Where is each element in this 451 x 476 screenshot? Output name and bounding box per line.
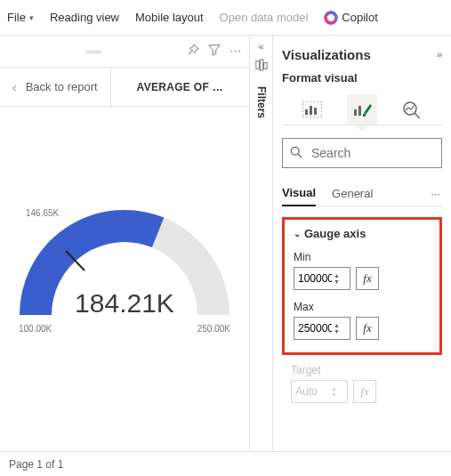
search-icon [290, 146, 302, 161]
min-input[interactable] [296, 271, 334, 286]
svg-point-13 [291, 147, 299, 155]
target-block: Target ▲▼ fx [291, 364, 442, 403]
gauge-max-label: 250.00K [197, 324, 230, 334]
svg-rect-6 [310, 106, 312, 115]
min-spinner[interactable]: ▲▼ [334, 272, 340, 285]
more-icon[interactable]: ··· [230, 44, 242, 59]
target-label: Target [291, 364, 442, 376]
expand-right-icon[interactable]: » [437, 49, 442, 60]
open-data-model-button: Open data model [220, 11, 309, 24]
svg-rect-2 [260, 60, 263, 70]
format-visual-mode[interactable] [347, 94, 377, 125]
min-input-wrap: ▲▼ [294, 267, 350, 290]
svg-rect-9 [358, 106, 361, 116]
max-spinner[interactable]: ▲▼ [334, 322, 340, 335]
mobile-layout-button[interactable]: Mobile layout [135, 11, 204, 24]
gauge-min-label: 100.00K [19, 324, 52, 334]
filters-label[interactable]: Filters [255, 86, 268, 118]
chevron-left-icon: ‹ [12, 80, 17, 94]
tab-general[interactable]: General [332, 182, 373, 206]
svg-rect-5 [305, 109, 308, 115]
target-fx-button: fx [353, 380, 376, 403]
max-fx-button[interactable]: fx [356, 317, 379, 340]
chevron-down-icon: ▾ [29, 13, 34, 22]
chevron-down-icon: ⌄ [294, 229, 301, 238]
gauge-axis-highlight: ⌄ Gauge axis Min ▲▼ fx Max ▲▼ fx [282, 217, 442, 355]
reading-view-button[interactable]: Reading view [50, 11, 119, 24]
top-toolbar: File ▾ Reading view Mobile layout Open d… [0, 0, 451, 36]
filters-icon[interactable] [255, 59, 268, 74]
gauge-axis-section[interactable]: ⌄ Gauge axis [294, 227, 431, 240]
tab-more-icon[interactable]: ··· [429, 182, 442, 206]
visualizations-panel: Visualizations » Format visual Visual Ge… [273, 36, 451, 451]
page-indicator: Page 1 of 1 [9, 458, 63, 471]
report-bar: ‹ Back to report AVERAGE OF … [0, 68, 249, 107]
format-search[interactable] [282, 138, 442, 168]
svg-line-12 [415, 113, 420, 118]
build-visual-mode[interactable] [297, 94, 327, 125]
grip-icon[interactable]: ══ [0, 45, 187, 58]
copilot-icon [324, 11, 338, 25]
svg-rect-7 [314, 108, 317, 115]
svg-rect-8 [354, 109, 357, 116]
svg-rect-10 [363, 114, 366, 117]
max-input-wrap: ▲▼ [294, 317, 350, 340]
target-input [294, 384, 331, 399]
max-label: Max [294, 301, 431, 313]
tab-visual[interactable]: Visual [282, 181, 316, 206]
back-to-report-button[interactable]: ‹ Back to report [0, 68, 110, 106]
pin-icon[interactable] [187, 44, 199, 59]
format-visual-subtitle: Format visual [282, 71, 442, 85]
target-input-wrap: ▲▼ [291, 380, 348, 403]
search-input[interactable] [310, 145, 451, 161]
copilot-button[interactable]: Copilot [324, 11, 377, 25]
min-label: Min [294, 251, 431, 263]
svg-line-14 [298, 154, 302, 157]
visual-title: AVERAGE OF … [111, 68, 249, 106]
svg-rect-3 [263, 62, 267, 69]
svg-rect-1 [255, 61, 259, 69]
format-tabs: Visual General ··· [282, 181, 442, 206]
visualizations-title: Visualizations [282, 47, 371, 62]
filters-rail: « Filters [250, 36, 273, 451]
report-pane: ══ ··· ‹ Back to report AVERAGE OF … [0, 36, 250, 451]
min-fx-button[interactable]: fx [356, 267, 379, 290]
gauge-value: 184.21K [19, 288, 230, 319]
filter-icon[interactable] [208, 44, 221, 59]
target-spinner: ▲▼ [331, 385, 337, 398]
max-input[interactable] [296, 321, 334, 335]
format-mode-tabs [282, 92, 442, 125]
gauge-tick-label: 146.65K [26, 208, 59, 218]
expand-left-icon[interactable]: « [258, 41, 263, 52]
gauge-chart[interactable]: 146.65K 184.21K 100.00K 250.00K [0, 107, 249, 451]
page-footer: Page 1 of 1 [0, 451, 451, 476]
visual-header: ══ ··· [0, 36, 249, 68]
file-menu[interactable]: File ▾ [7, 11, 34, 24]
analytics-mode[interactable] [397, 94, 427, 125]
file-label: File [7, 11, 26, 24]
